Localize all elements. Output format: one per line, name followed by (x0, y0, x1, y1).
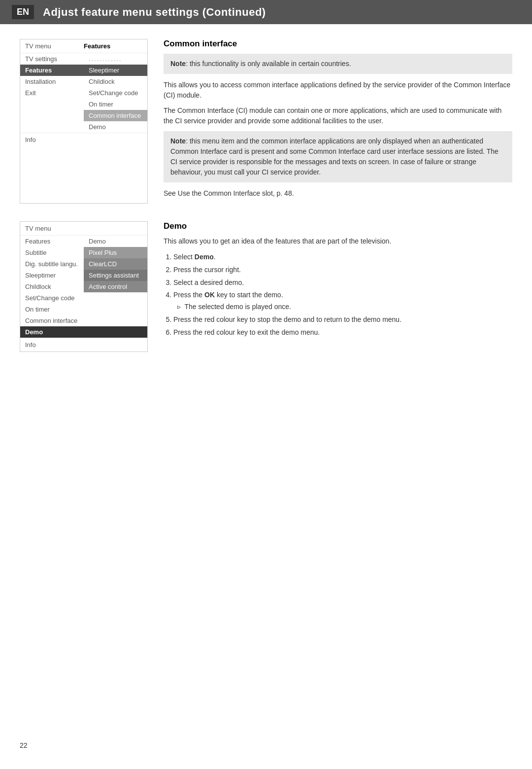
menu-cell-left: Childlock (20, 281, 84, 292)
demo-steps-list: Select Demo. Press the cursor right. Sel… (164, 251, 512, 339)
menu-cell-left: Sleeptimer (20, 270, 84, 281)
menu-cell-left: Subtitle (20, 247, 84, 258)
menu-row-exit: Exit Set/Change code (20, 87, 147, 99)
menu-row-commoninterface2: Common interface (20, 315, 147, 326)
demo-heading: Demo (164, 221, 512, 231)
menu-row-commoninterface: Common interface (20, 110, 147, 121)
demo-step-arrow: ▹ The selected demo is played once. (177, 301, 291, 313)
content-demo: Demo This allows you to get an idea of t… (164, 221, 512, 352)
menu-row-features: Features Sleeptimer (20, 65, 147, 76)
menu-row-tvsettings: TV settings ............ (20, 53, 147, 65)
menu-cell-right: Common interface (84, 110, 147, 121)
demo-step-2: Press the cursor right. (173, 264, 512, 276)
demo-step-4: Press the OK key to start the demo. ▹ Th… (173, 289, 512, 313)
page-number: 22 (20, 741, 28, 749)
menu-row-installation: Installation Childlock (20, 76, 147, 87)
menu-cell-right: Demo (84, 121, 147, 133)
menu-cell-left: Installation (20, 76, 84, 87)
menu-cell-right: Childlock (84, 76, 147, 87)
demo-step-3: Select a desired demo. (173, 277, 512, 289)
menu-row-setchange: Set/Change code (20, 292, 147, 304)
menu-row-ontimer: On timer (20, 99, 147, 110)
note-text: : this functionality is only available i… (186, 60, 351, 68)
page-header: EN Adjust feature menu settings (Continu… (0, 0, 532, 24)
menu-cell-right (84, 292, 147, 304)
demo-step-1: Select Demo. (173, 251, 512, 263)
menu-row-sleeptimer: Sleeptimer Settings assistant (20, 270, 147, 281)
menu-cell-left: Dig. subtitle langu. (20, 258, 84, 270)
menu-cell-left (20, 110, 84, 121)
menu-cell-left: Features (20, 236, 84, 247)
content-para1: This allows you to access common interfa… (164, 80, 512, 101)
page-title: Adjust feature menu settings (Continued) (43, 6, 266, 19)
menu-panel-demo: TV menu Features Demo Subtitle Pixel Plu… (20, 221, 148, 352)
menu-info: Info (20, 133, 147, 146)
menu-cell-right (84, 315, 147, 326)
menu-cell-left (20, 99, 84, 110)
menu-cell-right: Active control (84, 281, 147, 292)
menu-cell-right: Demo (84, 236, 147, 247)
menu-row-digsubtitle: Dig. subtitle langu. ClearLCD (20, 258, 147, 270)
menu-tvmenu-label2: TV menu (25, 225, 84, 232)
menu-row-demo: Demo (20, 121, 147, 133)
menu-cell-right: Sleeptimer (84, 65, 147, 76)
menu-cell-left: Exit (20, 87, 84, 99)
see-link: See Use the Common Interface slot, p. 48… (164, 188, 512, 199)
section-demo: TV menu Features Demo Subtitle Pixel Plu… (0, 221, 532, 352)
menu-cell-right: On timer (84, 99, 147, 110)
menu-panel-header: TV menu Features (20, 39, 147, 53)
menu-cell-left: Features (20, 65, 84, 76)
note-box-2: Note: this menu item and the common inte… (164, 131, 512, 182)
menu-demo-col (84, 225, 142, 232)
demo-para1: This allows you to get an idea of the fe… (164, 236, 512, 246)
menu-cell-left: Common interface (20, 315, 84, 326)
menu-row-demo-selected: Demo (20, 326, 147, 338)
menu-cell-right (84, 326, 147, 338)
menu-features-label: Features (84, 42, 142, 50)
menu-cell-left (20, 121, 84, 133)
menu-row-features-demo: Features Demo (20, 236, 147, 247)
menu-cell-left: On timer (20, 304, 84, 315)
note-label: Note (170, 60, 186, 68)
menu-tv-menu-label: TV menu (25, 42, 84, 50)
menu-cell-right (84, 304, 147, 315)
menu-cell-left: Demo (20, 326, 84, 338)
menu-row-ontimer2: On timer (20, 304, 147, 315)
demo-step-6: Press the red colour key to exit the dem… (173, 327, 512, 339)
menu-cell-right: Pixel Plus (84, 247, 147, 258)
content-heading: Common interface (164, 39, 512, 49)
section-common-interface: TV menu Features TV settings ...........… (0, 39, 532, 204)
language-badge: EN (12, 5, 34, 19)
menu-cell-right: ............ (84, 53, 147, 65)
menu-row-subtitle: Subtitle Pixel Plus (20, 247, 147, 258)
menu-panel-header-demo: TV menu (20, 222, 147, 236)
note-box-1: Note: this functionality is only availab… (164, 54, 512, 74)
note-text-2: : this menu item and the common interfac… (170, 137, 499, 176)
menu-cell-left: TV settings (20, 53, 84, 65)
menu-panel-features: TV menu Features TV settings ...........… (20, 39, 148, 204)
content-para2: The Common Interface (CI) module can con… (164, 105, 512, 126)
menu-cell-right: Settings assistant (84, 270, 147, 281)
menu-cell-right: ClearLCD (84, 258, 147, 270)
menu-row-childlock: Childlock Active control (20, 281, 147, 292)
menu-info-2: Info (20, 338, 147, 351)
menu-cell-left: Set/Change code (20, 292, 84, 304)
content-common-interface: Common interface Note: this functionalit… (164, 39, 512, 204)
menu-cell-right: Set/Change code (84, 87, 147, 99)
demo-step-5: Press the red colour key to stop the dem… (173, 314, 512, 326)
note-label-2: Note (170, 137, 186, 145)
